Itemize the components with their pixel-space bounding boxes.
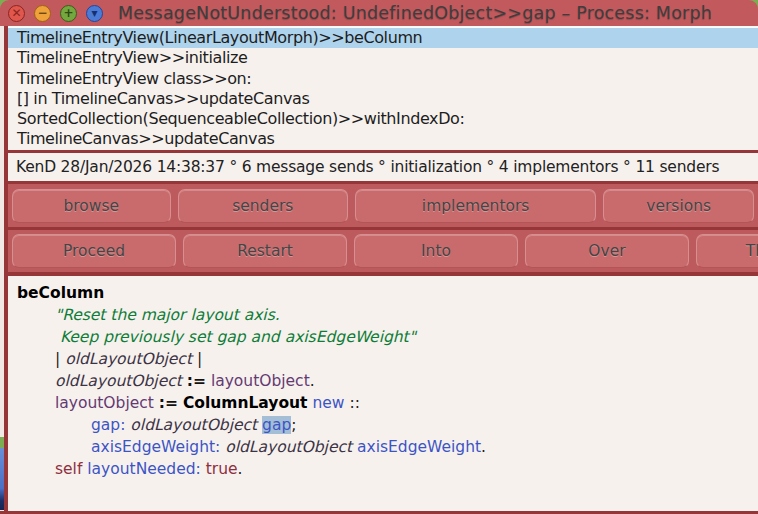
code-token-temp: oldLayoutObject [65, 350, 192, 368]
expand-button[interactable]: + [60, 5, 77, 22]
code-line: gap: oldLayoutObject gap; [17, 414, 758, 436]
code-token-plain: | [55, 350, 65, 368]
code-token-message: new [312, 394, 344, 412]
code-token-classref: ColumnLayout [183, 394, 308, 412]
code-token-message: axisEdgeWeight [357, 438, 481, 456]
browse-button[interactable]: browse [12, 189, 171, 223]
code-line: oldLayoutObject := layoutObject. [17, 370, 758, 392]
minimize-button[interactable]: − [34, 5, 51, 22]
code-token-plain: . [238, 460, 243, 478]
code-line: layoutObject := ColumnLayout new :: [17, 392, 758, 414]
code-token-ivar: layoutObject [211, 372, 310, 390]
annotation-text: KenD 28/Jan/2026 14:38:37 ° 6 message se… [16, 158, 719, 176]
into-button[interactable]: Into [354, 234, 518, 268]
code-token-plain: :: [345, 394, 360, 412]
stack-frame[interactable]: TimelineEntryView class>>on: [8, 69, 758, 89]
stack-trace-list[interactable]: TimelineEntryView(LinearLayoutMorph)>>be… [8, 26, 758, 150]
versions-button[interactable]: versions [603, 189, 754, 223]
source-code-editor[interactable]: beColumn"Reset the major layout axis. Ke… [8, 276, 758, 511]
code-line: self layoutNeeded: true. [17, 458, 758, 480]
code-line: Keep previously set gap and axisEdgeWeig… [17, 326, 758, 348]
code-token-plain: ; [291, 416, 296, 434]
over-button[interactable]: Over [525, 234, 689, 268]
stack-frame[interactable]: TimelineEntryView(LinearLayoutMorph)>>be… [8, 28, 758, 48]
browse-toolbar: browsesendersimplementorsversions [8, 184, 758, 227]
stack-frame[interactable]: [] in TimelineCanvas>>updateCanvas [8, 89, 758, 109]
menu-button[interactable]: ▾ [86, 5, 103, 22]
stack-frame[interactable]: TimelineEntryView>>initialize [8, 48, 758, 68]
code-token-ivar: layoutObject [55, 394, 154, 412]
implementors-button[interactable]: implementors [355, 189, 596, 223]
window-body: TimelineEntryView(LinearLayoutMorph)>>be… [0, 26, 758, 511]
window-controls: ✕−+▾ [8, 5, 103, 22]
code-token-message: axisEdgeWeight: [91, 438, 220, 456]
annotation-bar: KenD 28/Jan/2026 14:38:37 ° 6 message se… [8, 153, 758, 181]
code-token-message: gap: [91, 416, 125, 434]
code-token-method: beColumn [17, 284, 104, 302]
desktop-left-edge [0, 26, 4, 511]
window-panes: TimelineEntryView(LinearLayoutMorph)>>be… [4, 26, 758, 511]
code-token-pseudo: self [55, 460, 82, 478]
code-token-assign: := [159, 394, 178, 412]
code-token-comment: "Reset the major layout axis. [55, 306, 280, 324]
debug-toolbar: ProceedRestartIntoOverThrough [8, 230, 758, 272]
background-scrollbar [0, 448, 4, 510]
code-token-temp: oldLayoutObject [225, 438, 352, 456]
code-token-comment: Keep previously set gap and axisEdgeWeig… [55, 328, 416, 346]
restart-button[interactable]: Restart [183, 234, 347, 268]
debugger-window: ✕−+▾ MessageNotUnderstood: UndefinedObje… [0, 0, 758, 514]
code-token-message: layoutNeeded: [87, 460, 200, 478]
code-token-temp: oldLayoutObject [130, 416, 257, 434]
code-token-message-selected: gap [262, 416, 291, 434]
stack-frame[interactable]: SortedCollection(SequenceableCollection)… [8, 109, 758, 129]
code-line: | oldLayoutObject | [17, 348, 758, 370]
code-line: axisEdgeWeight: oldLayoutObject axisEdge… [17, 436, 758, 458]
proceed-button[interactable]: Proceed [12, 234, 176, 268]
close-button[interactable]: ✕ [8, 5, 25, 22]
code-token-plain: | [192, 350, 202, 368]
code-token-plain: . [481, 438, 486, 456]
code-line: beColumn [17, 282, 758, 304]
through-button[interactable]: Through [696, 234, 758, 268]
title-bar[interactable]: ✕−+▾ MessageNotUnderstood: UndefinedObje… [0, 0, 758, 26]
desktop-fleck [0, 437, 4, 448]
code-token-assign: := [187, 372, 206, 390]
senders-button[interactable]: senders [178, 189, 348, 223]
window-title: MessageNotUnderstood: UndefinedObject>>g… [118, 3, 712, 23]
code-token-temp: oldLayoutObject [55, 372, 182, 390]
code-token-plain: . [310, 372, 315, 390]
stack-frame[interactable]: TimelineCanvas>>updateCanvas [8, 129, 758, 149]
code-line: "Reset the major layout axis. [17, 304, 758, 326]
code-token-pseudo: true [206, 460, 238, 478]
